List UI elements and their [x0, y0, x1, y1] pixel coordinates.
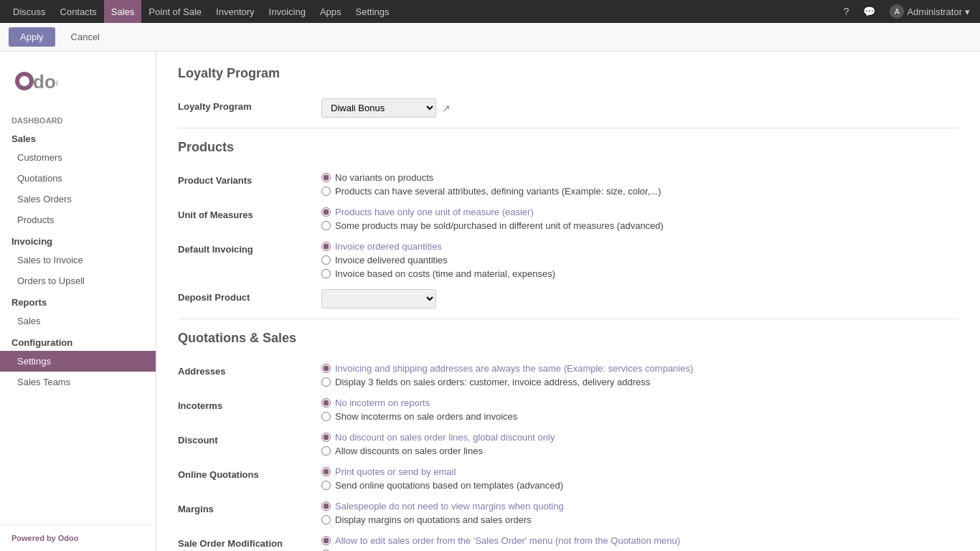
- di-label-0[interactable]: Invoice ordered quantities: [335, 241, 442, 252]
- main-content: Loyalty Program Loyalty Program Diwali B…: [156, 52, 980, 551]
- admin-label: Administrator: [907, 6, 962, 17]
- online-quotations-options: Print quotes or send by email Send onlin…: [321, 466, 958, 491]
- default-invoicing-options: Invoice ordered quantities Invoice deliv…: [321, 241, 958, 279]
- product-variants-label-0[interactable]: No variants on products: [335, 172, 433, 183]
- di-radio-1[interactable]: [321, 255, 331, 265]
- sidebar-item-sales-to-invoice[interactable]: Sales to Invoice: [0, 250, 156, 270]
- nav-sales[interactable]: Sales: [104, 0, 142, 23]
- addr-option-0: Invoicing and shipping addresses are alw…: [321, 363, 958, 374]
- sidebar-logo[interactable]: doo: [0, 52, 156, 110]
- discount-group: Discount No discount on sales order line…: [178, 432, 958, 456]
- default-invoicing-label: Default Invoicing: [178, 241, 321, 255]
- nav-contacts[interactable]: Contacts: [53, 0, 104, 23]
- oq-label-1[interactable]: Send online quotations based on template…: [335, 480, 563, 491]
- sidebar-dashboard-label: Dashboard: [0, 110, 156, 128]
- addresses-label: Addresses: [178, 363, 321, 377]
- di-radio-0[interactable]: [321, 242, 331, 251]
- addr-radio-1[interactable]: [321, 377, 331, 387]
- sidebar-item-products[interactable]: Products: [0, 209, 156, 230]
- products-section-title: Products: [178, 140, 958, 161]
- sidebar-footer: Powered by Odoo: [0, 524, 156, 551]
- addr-label-0[interactable]: Invoicing and shipping addresses are alw…: [335, 363, 693, 374]
- mar-option-0: Salespeople do not need to view margins …: [321, 501, 958, 512]
- product-variants-label: Product Variants: [178, 172, 321, 186]
- addresses-group: Addresses Invoicing and shipping address…: [178, 363, 958, 387]
- nav-discuss[interactable]: Discuss: [6, 0, 53, 23]
- di-radio-2[interactable]: [321, 269, 331, 278]
- disc-radio-1[interactable]: [321, 446, 331, 456]
- disc-radio-0[interactable]: [321, 433, 331, 442]
- odoo-logo: doo: [14, 63, 57, 99]
- addr-label-1[interactable]: Display 3 fields on sales orders: custom…: [335, 377, 650, 387]
- som-option-0: Allow to edit sales order from the 'Sale…: [321, 535, 958, 546]
- sale-order-mod-label: Sale Order Modification: [178, 535, 321, 549]
- inc-label-0[interactable]: No incoterm on reports: [335, 397, 430, 408]
- product-variants-label-1[interactable]: Products can have several attributes, de…: [335, 186, 661, 197]
- deposit-product-select[interactable]: [321, 289, 436, 309]
- sidebar-item-customers[interactable]: Customers: [0, 147, 156, 168]
- nav-inventory[interactable]: Inventory: [209, 0, 261, 23]
- uom-radio-0[interactable]: [321, 207, 331, 217]
- margins-label: Margins: [178, 501, 321, 514]
- nav-point-of-sale[interactable]: Point of Sale: [141, 0, 209, 23]
- mar-label-0[interactable]: Salespeople do not need to view margins …: [335, 501, 564, 512]
- uom-option-1: Some products may be sold/purchased in d…: [321, 220, 958, 231]
- di-label-2[interactable]: Invoice based on costs (time and materia…: [335, 268, 555, 279]
- loyalty-program-select[interactable]: Diwali Bonus: [321, 98, 436, 118]
- inc-option-0: No incoterm on reports: [321, 397, 958, 408]
- sidebar-item-sales-report[interactable]: Sales: [0, 311, 156, 331]
- cancel-button[interactable]: Cancel: [60, 27, 111, 47]
- product-variants-option-0: No variants on products: [321, 172, 958, 183]
- odoo-logo-svg: doo: [14, 63, 57, 99]
- sidebar-item-sales-teams[interactable]: Sales Teams: [0, 372, 156, 392]
- som-radio-0[interactable]: [321, 536, 331, 545]
- product-variants-radio-0[interactable]: [321, 173, 331, 182]
- mar-radio-1[interactable]: [321, 515, 331, 524]
- incoterms-options: No incoterm on reports Show incoterms on…: [321, 397, 958, 422]
- som-label-0[interactable]: Allow to edit sales order from the 'Sale…: [335, 535, 680, 546]
- sidebar-item-sales-orders[interactable]: Sales Orders: [0, 189, 156, 209]
- admin-menu[interactable]: A Administrator ▾: [885, 4, 974, 19]
- uom-label-0[interactable]: Products have only one unit of measure (…: [335, 207, 534, 217]
- loyalty-program-control: Diwali Bonus ↗: [321, 98, 958, 118]
- inc-label-1[interactable]: Show incoterms on sale orders and invoic…: [335, 411, 517, 422]
- oq-radio-1[interactable]: [321, 481, 331, 490]
- mar-option-1: Display margins on quotations and sales …: [321, 514, 958, 525]
- top-nav: Discuss Contacts Sales Point of Sale Inv…: [0, 0, 980, 23]
- oq-radio-0[interactable]: [321, 467, 331, 476]
- deposit-product-group: Deposit Product: [178, 289, 958, 309]
- product-variants-radio-1[interactable]: [321, 187, 331, 196]
- external-link-icon[interactable]: ↗: [442, 103, 451, 114]
- disc-label-0[interactable]: No discount on sales order lines, global…: [335, 432, 555, 443]
- disc-label-1[interactable]: Allow discounts on sales order lines: [335, 446, 483, 456]
- inc-radio-0[interactable]: [321, 398, 331, 408]
- di-label-1[interactable]: Invoice delivered quantities: [335, 255, 448, 265]
- sidebar-item-orders-to-upsell[interactable]: Orders to Upsell: [0, 270, 156, 291]
- nav-apps[interactable]: Apps: [313, 0, 349, 23]
- sidebar-item-settings[interactable]: Settings: [0, 351, 156, 372]
- uom-label-1[interactable]: Some products may be sold/purchased in d…: [335, 220, 664, 231]
- nav-settings[interactable]: Settings: [349, 0, 397, 23]
- incoterms-label: Incoterms: [178, 397, 321, 411]
- sidebar-item-quotations[interactable]: Quotations: [0, 168, 156, 189]
- oq-label-0[interactable]: Print quotes or send by email: [335, 466, 456, 477]
- chat-icon[interactable]: 💬: [859, 6, 880, 17]
- sale-order-mod-options: Allow to edit sales order from the 'Sale…: [321, 535, 958, 551]
- unit-of-measures-options: Products have only one unit of measure (…: [321, 207, 958, 231]
- uom-radio-1[interactable]: [321, 221, 331, 230]
- disc-option-1: Allow discounts on sales order lines: [321, 446, 958, 456]
- mar-radio-0[interactable]: [321, 501, 331, 511]
- deposit-product-control: [321, 289, 958, 309]
- loyalty-section-title: Loyalty Program: [178, 66, 958, 87]
- mar-label-1[interactable]: Display margins on quotations and sales …: [335, 514, 532, 525]
- default-invoicing-group: Default Invoicing Invoice ordered quanti…: [178, 241, 958, 279]
- nav-invoicing[interactable]: Invoicing: [262, 0, 313, 23]
- sale-order-mod-group: Sale Order Modification Allow to edit sa…: [178, 535, 958, 551]
- help-icon[interactable]: ?: [839, 6, 854, 17]
- inc-radio-1[interactable]: [321, 412, 331, 421]
- discount-label: Discount: [178, 432, 321, 446]
- addr-radio-0[interactable]: [321, 364, 331, 373]
- discount-options: No discount on sales order lines, global…: [321, 432, 958, 456]
- di-option-1: Invoice delivered quantities: [321, 255, 958, 265]
- apply-button[interactable]: Apply: [9, 27, 55, 47]
